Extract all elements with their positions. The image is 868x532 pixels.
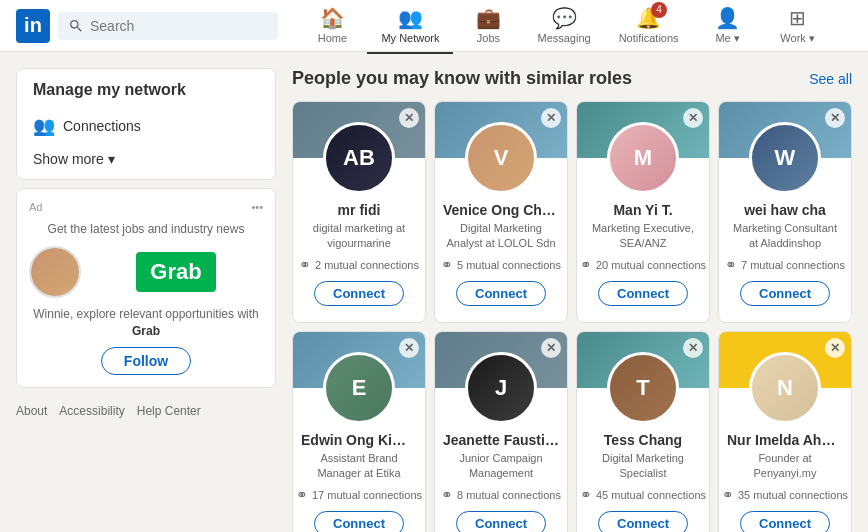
connect-button[interactable]: Connect <box>314 511 404 532</box>
mutual-connections: ⚭ 5 mutual connections <box>435 257 567 273</box>
mutual-connections: ⚭ 20 mutual connections <box>577 257 709 273</box>
avatar: AB <box>323 122 395 194</box>
connections-link[interactable]: 👥 Connections <box>33 111 259 141</box>
messaging-icon: 💬 <box>552 6 577 30</box>
top-nav: in 🏠 Home 👥 My Network 💼 Jobs 💬 Messagin… <box>0 0 868 52</box>
card-close-button[interactable]: ✕ <box>399 108 419 128</box>
connect-button[interactable]: Connect <box>740 511 830 532</box>
ad-profile-avatar <box>29 246 81 298</box>
person-card: ✕ J Jeanette Faustina Ef... Junior Campa… <box>434 331 568 532</box>
section-title: People you may know with similar roles <box>292 68 632 89</box>
card-close-button[interactable]: ✕ <box>541 338 561 358</box>
card-close-button[interactable]: ✕ <box>683 108 703 128</box>
main-content: People you may know with similar roles S… <box>292 68 852 532</box>
connect-button[interactable]: Connect <box>598 511 688 532</box>
notifications-icon: 🔔 4 <box>636 6 661 30</box>
mutual-connections: ⚭ 35 mutual connections <box>719 487 851 503</box>
mutual-icon: ⚭ <box>722 487 734 503</box>
avatar-initials: N <box>777 375 793 401</box>
mutual-icon: ⚭ <box>580 487 592 503</box>
nav-notifications[interactable]: 🔔 4 Notifications <box>605 0 693 54</box>
person-role: Junior Campaign Management Specialist... <box>435 451 567 481</box>
nav-me[interactable]: 👤 Me ▾ <box>693 0 763 54</box>
mutual-connections: ⚭ 45 mutual connections <box>577 487 709 503</box>
ad-card: Ad ••• Get the latest jobs and industry … <box>16 188 276 388</box>
person-card: ✕ W wei haw cha Marketing Consultant at … <box>718 101 852 323</box>
linkedin-logo[interactable]: in <box>16 9 50 43</box>
card-close-button[interactable]: ✕ <box>541 108 561 128</box>
search-bar <box>58 12 278 40</box>
avatar-initials: W <box>775 145 796 171</box>
avatar-initials: AB <box>343 145 375 171</box>
person-card: ✕ M Man Yi T. Marketing Executive, SEA/A… <box>576 101 710 323</box>
follow-button[interactable]: Follow <box>101 347 191 375</box>
connect-button[interactable]: Connect <box>740 281 830 306</box>
show-more-button[interactable]: Show more ▾ <box>33 151 259 167</box>
footer-link[interactable]: Help Center <box>137 404 201 418</box>
nav-home-label: Home <box>318 32 347 44</box>
mutual-count: 17 mutual connections <box>312 489 422 501</box>
nav-jobs-label: Jobs <box>477 32 500 44</box>
card-close-button[interactable]: ✕ <box>683 338 703 358</box>
nav-network-label: My Network <box>381 32 439 44</box>
avatar: N <box>749 352 821 424</box>
nav-work[interactable]: ⊞ Work ▾ <box>763 0 833 54</box>
avatar: W <box>749 122 821 194</box>
ad-label-row: Ad ••• <box>29 201 263 213</box>
nav-messaging[interactable]: 💬 Messaging <box>523 0 604 54</box>
me-icon: 👤 <box>715 6 740 30</box>
mutual-icon: ⚭ <box>441 487 453 503</box>
person-name: Venice Ong Chia Ye <box>435 202 567 218</box>
section-header: People you may know with similar roles S… <box>292 68 852 89</box>
search-icon <box>68 18 84 34</box>
person-name: Edwin Ong Kim Sio... <box>293 432 425 448</box>
person-name: Tess Chang <box>577 432 709 448</box>
person-name: Nur Imelda Ahmad <box>719 432 851 448</box>
mutual-count: 5 mutual connections <box>457 259 561 271</box>
search-input[interactable] <box>90 18 268 34</box>
person-name: mr fidi <box>293 202 425 218</box>
footer-link[interactable]: Accessibility <box>59 404 124 418</box>
avatar-initials: V <box>494 145 509 171</box>
card-close-button[interactable]: ✕ <box>399 338 419 358</box>
ad-cta-text: Winnie, explore relevant opportunities w… <box>29 306 263 340</box>
mutual-icon: ⚭ <box>299 257 311 273</box>
connect-button[interactable]: Connect <box>598 281 688 306</box>
home-icon: 🏠 <box>320 6 345 30</box>
jobs-icon: 💼 <box>476 6 501 30</box>
nav-me-label: Me ▾ <box>715 32 739 45</box>
ad-content: Get the latest jobs and industry news Gr… <box>29 221 263 375</box>
mutual-count: 7 mutual connections <box>741 259 845 271</box>
grab-logo: Grab <box>136 252 216 292</box>
see-all-link[interactable]: See all <box>809 71 852 87</box>
card-close-button[interactable]: ✕ <box>825 108 845 128</box>
nav-jobs[interactable]: 💼 Jobs <box>453 0 523 54</box>
connect-button[interactable]: Connect <box>456 511 546 532</box>
person-card: ✕ AB mr fidi digital marketing at vigour… <box>292 101 426 323</box>
person-role: Digital Marketing Analyst at LOLOL Sdn B… <box>435 221 567 251</box>
notifications-badge: 4 <box>651 2 667 18</box>
mutual-icon: ⚭ <box>580 257 592 273</box>
person-role: Marketing Consultant at Aladdinshop <box>719 221 851 251</box>
sidebar-title: Manage my network <box>33 81 259 99</box>
avatar-initials: J <box>495 375 507 401</box>
connect-button[interactable]: Connect <box>456 281 546 306</box>
connections-label: Connections <box>63 118 141 134</box>
nav-center: 🏠 Home 👥 My Network 💼 Jobs 💬 Messaging 🔔… <box>278 0 852 54</box>
mutual-connections: ⚭ 8 mutual connections <box>435 487 567 503</box>
person-card: ✕ E Edwin Ong Kim Sio... Assistant Brand… <box>292 331 426 532</box>
people-grid: ✕ AB mr fidi digital marketing at vigour… <box>292 101 852 532</box>
person-role: Marketing Executive, SEA/ANZ <box>577 221 709 251</box>
connections-icon: 👥 <box>33 115 55 137</box>
card-close-button[interactable]: ✕ <box>825 338 845 358</box>
chevron-down-icon: ▾ <box>108 151 115 167</box>
ad-more-icon[interactable]: ••• <box>251 201 263 213</box>
sidebar: Manage my network 👥 Connections Show mor… <box>16 68 276 532</box>
person-name: Jeanette Faustina Ef... <box>435 432 567 448</box>
footer-link[interactable]: About <box>16 404 47 418</box>
mutual-count: 2 mutual connections <box>315 259 419 271</box>
connect-button[interactable]: Connect <box>314 281 404 306</box>
nav-my-network[interactable]: 👥 My Network <box>367 0 453 54</box>
nav-home[interactable]: 🏠 Home <box>297 0 367 54</box>
person-card: ✕ T Tess Chang Digital Marketing Special… <box>576 331 710 532</box>
